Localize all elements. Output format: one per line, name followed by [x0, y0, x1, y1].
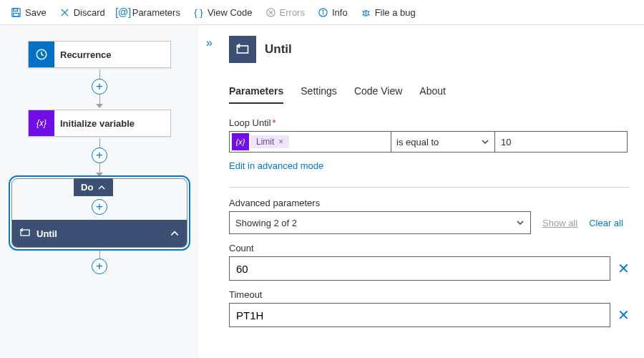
add-step-button[interactable]: + — [92, 147, 107, 163]
errors-label: Errors — [280, 7, 305, 18]
add-step-button[interactable]: + — [92, 199, 107, 215]
connector: + — [7, 69, 192, 108]
save-label: Save — [25, 7, 47, 18]
expression-input[interactable]: {x} Limit × — [229, 131, 391, 153]
count-field: Count ✕ — [229, 243, 630, 281]
token-pill[interactable]: Limit × — [250, 135, 289, 148]
timeout-input[interactable] — [229, 303, 610, 327]
variable-icon: {x} — [29, 110, 54, 136]
chevron-up-icon — [97, 183, 106, 192]
svg-line-16 — [368, 14, 369, 15]
chevron-up-icon — [170, 228, 180, 238]
svg-point-10 — [323, 10, 323, 11]
until-bar[interactable]: Until — [12, 220, 187, 247]
loop-until-row: {x} Limit × is equal to 10 — [229, 131, 630, 153]
main: Recurrence + {x} Initialize variable + D… — [0, 25, 644, 358]
connector: + — [7, 138, 192, 177]
count-input[interactable] — [229, 256, 610, 281]
parameters-button[interactable]: [@] Parameters — [113, 4, 185, 21]
compare-value: 10 — [501, 137, 511, 147]
toolbar: Save Discard [@] Parameters { } View Cod… — [0, 0, 644, 25]
svg-rect-1 — [14, 8, 18, 11]
svg-line-14 — [368, 11, 369, 11]
discard-label: Discard — [74, 7, 105, 18]
info-label: Info — [332, 7, 348, 18]
details-panel: » Until Parameters Settings Code View Ab… — [199, 25, 644, 358]
view-code-button[interactable]: { } View Code — [188, 4, 258, 21]
svg-rect-2 — [14, 13, 19, 16]
until-loop-node[interactable]: Do + Until — [11, 178, 187, 248]
do-label: Do — [81, 182, 93, 193]
info-button[interactable]: Info — [313, 4, 353, 21]
init-var-title: Initialize variable — [54, 118, 135, 129]
tab-parameters[interactable]: Parameters — [229, 85, 283, 104]
workflow-canvas[interactable]: Recurrence + {x} Initialize variable + D… — [0, 25, 199, 358]
count-label: Count — [229, 243, 630, 253]
adv-params-row: Showing 2 of 2 Show all Clear all — [229, 211, 630, 234]
clear-count-button[interactable]: ✕ — [618, 260, 630, 277]
adv-params-label: Advanced parameters — [229, 198, 630, 208]
tab-about[interactable]: About — [419, 85, 446, 104]
loop-icon — [229, 36, 256, 63]
operator-select[interactable]: is equal to — [391, 131, 495, 153]
svg-line-15 — [362, 14, 364, 15]
compare-value-input[interactable]: 10 — [495, 131, 628, 153]
adv-params-select[interactable]: Showing 2 of 2 — [229, 211, 531, 234]
divider — [229, 187, 630, 188]
panel-title: Until — [265, 42, 292, 57]
remove-token-button[interactable]: × — [278, 137, 283, 147]
recurrence-title: Recurrence — [54, 49, 112, 60]
view-code-label: View Code — [208, 7, 253, 18]
required-mark: * — [273, 117, 276, 128]
errors-button[interactable]: Errors — [260, 4, 310, 21]
recurrence-node[interactable]: Recurrence — [28, 41, 171, 68]
edit-advanced-link[interactable]: Edit in advanced mode — [229, 160, 323, 171]
braces-icon: { } — [193, 7, 204, 18]
parameters-icon: [@] — [118, 7, 129, 18]
timeout-field: Timeout ✕ — [229, 289, 630, 327]
connector: + — [7, 249, 192, 274]
clear-all-link[interactable]: Clear all — [589, 218, 623, 228]
svg-line-19 — [42, 54, 44, 56]
clear-timeout-button[interactable]: ✕ — [618, 306, 630, 324]
token-name: Limit — [256, 137, 274, 147]
show-all-link[interactable]: Show all — [542, 218, 577, 228]
timeout-label: Timeout — [229, 289, 630, 300]
discard-button[interactable]: Discard — [54, 4, 110, 21]
chevron-down-icon — [516, 218, 525, 227]
initialize-variable-node[interactable]: {x} Initialize variable — [28, 110, 171, 137]
arrow-down-icon — [96, 173, 103, 177]
svg-line-13 — [362, 11, 364, 11]
panel-header: Until — [229, 34, 630, 65]
until-label: Until — [36, 228, 57, 239]
file-bug-button[interactable]: File a bug — [356, 4, 421, 21]
error-icon — [265, 7, 276, 18]
file-bug-label: File a bug — [375, 7, 416, 18]
do-tab[interactable]: Do — [74, 178, 113, 196]
arrow-down-icon — [96, 104, 103, 108]
parameters-label: Parameters — [132, 7, 180, 18]
add-step-button[interactable]: + — [92, 258, 107, 274]
info-icon — [318, 7, 328, 18]
expand-panel-button[interactable]: » — [206, 37, 213, 49]
tab-settings[interactable]: Settings — [301, 85, 337, 104]
discard-icon — [59, 7, 70, 18]
panel-tabs: Parameters Settings Code View About — [229, 85, 630, 105]
tab-code-view[interactable]: Code View — [354, 85, 402, 104]
operator-value: is equal to — [396, 137, 439, 147]
save-button[interactable]: Save — [6, 4, 52, 21]
save-icon — [11, 7, 21, 18]
loop-until-label: Loop Until* — [229, 117, 630, 128]
adv-select-value: Showing 2 of 2 — [235, 218, 297, 228]
loop-icon — [19, 227, 31, 241]
add-step-button[interactable]: + — [92, 79, 107, 95]
variable-icon: {x} — [232, 133, 249, 150]
chevron-down-icon — [481, 137, 489, 146]
clock-icon — [29, 42, 54, 67]
bug-icon — [361, 7, 371, 18]
parameters-form: Loop Until* {x} Limit × is equal to 10 — [229, 117, 630, 327]
